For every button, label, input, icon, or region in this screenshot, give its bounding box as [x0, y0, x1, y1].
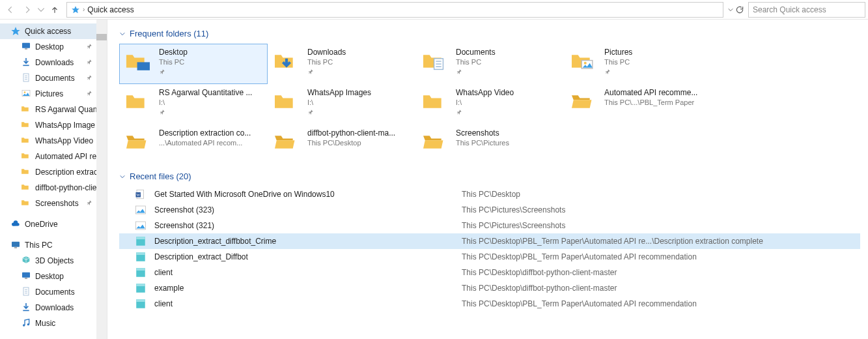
nav-item-label: Music — [35, 319, 55, 328]
nav-item-label: diffbot-python-clien — [35, 183, 101, 192]
nav-item-label: Downloads — [35, 303, 74, 312]
nav-pc-item[interactable]: Downloads — [0, 300, 107, 316]
file-path: This PC\Pictures\Screenshots — [462, 205, 565, 214]
folder-icon — [21, 182, 31, 194]
back-button[interactable] — [3, 2, 18, 18]
folder-icon — [124, 87, 152, 116]
file-name: Description_extract_diffbbot_Crime — [154, 237, 454, 246]
this-pc-icon — [10, 240, 21, 250]
nav-quick-access[interactable]: Quick access — [0, 23, 107, 39]
file-icon — [135, 235, 147, 247]
folder-tile[interactable]: Description extraction co... ...\Automat… — [119, 125, 268, 165]
folder-icon — [21, 151, 31, 163]
section-recent-files[interactable]: Recent files (20) — [119, 171, 860, 181]
up-button[interactable] — [47, 2, 63, 18]
folder-name: Screenshots — [456, 128, 509, 138]
nav-pinned-item[interactable]: Desktop — [0, 39, 107, 55]
folder-tile[interactable]: Automated API recomme... This PC\...\PBL… — [565, 84, 713, 125]
nav-recent-item[interactable]: WhatsApp Video — [0, 133, 107, 149]
nav-item-label: Downloads — [35, 58, 74, 67]
pin-icon — [86, 90, 94, 98]
nav-pc-item[interactable]: 3D Objects — [0, 253, 107, 269]
nav-scrollbar[interactable] — [96, 20, 107, 339]
nav-recent-item[interactable]: Screenshots — [0, 196, 107, 211]
breadcrumb-root[interactable]: Quick access — [87, 5, 133, 14]
pin-icon — [86, 43, 94, 51]
svg-rect-14 — [25, 278, 27, 278]
folder-tile[interactable]: RS Agarwal Quantitative ... I:\ — [119, 84, 268, 125]
file-name: Screenshot (323) — [154, 205, 454, 214]
folder-name: WhatsApp Video — [456, 87, 514, 98]
navigation-pane: Quick access Desktop Downloads Documents… — [0, 20, 107, 339]
file-row[interactable]: Screenshot (323) This PC\Pictures\Screen… — [119, 202, 860, 218]
folder-tile[interactable]: Pictures This PC — [565, 44, 713, 84]
nav-pc-item[interactable]: Music — [0, 316, 107, 331]
file-row[interactable]: Description_extract_diffbbot_Crime This … — [119, 233, 860, 249]
folder-tile[interactable]: Desktop This PC — [119, 44, 268, 84]
nav-item-label: Screenshots — [35, 199, 79, 208]
nav-pc-item[interactable]: Desktop — [0, 269, 107, 284]
folder-icon — [21, 198, 31, 210]
folder-location: This PC\...\PBL_Term Paper — [604, 98, 697, 108]
address-bar[interactable]: › Quick access — [66, 2, 723, 18]
section-frequent-folders[interactable]: Frequent folders (11) — [119, 29, 860, 38]
folder-tile[interactable]: diffbot-python-client-ma... This PC\Desk… — [268, 125, 416, 165]
file-row[interactable]: example This PC\Desktop\diffbot-python-c… — [119, 280, 860, 296]
file-row[interactable]: Screenshot (321) This PC\Pictures\Screen… — [119, 218, 860, 233]
file-path: This PC\Desktop\PBL_Term Paper\Automated… — [462, 299, 697, 308]
documents-icon — [21, 72, 31, 85]
nav-onedrive[interactable]: OneDrive — [0, 216, 107, 232]
nav-recent-item[interactable]: Description extractio — [0, 164, 107, 180]
folder-tile[interactable]: Documents This PC — [416, 44, 565, 84]
history-dropdown[interactable] — [36, 2, 46, 18]
address-dropdown-icon[interactable] — [727, 7, 734, 13]
folder-name: Downloads — [307, 47, 346, 57]
pin-icon — [86, 74, 94, 82]
folder-tile[interactable]: Downloads This PC — [268, 44, 416, 84]
folder-tile[interactable]: Screenshots This PC\Pictures — [416, 125, 565, 165]
pin-icon — [86, 59, 94, 66]
file-row[interactable]: client This PC\Desktop\diffbot-python-cl… — [119, 265, 860, 280]
pin-icon — [86, 199, 94, 207]
3d-icon — [21, 255, 31, 267]
folder-name: WhatsApp Images — [307, 87, 371, 98]
nav-this-pc[interactable]: This PC — [0, 237, 107, 253]
folder-icon — [272, 87, 301, 116]
folder-icon — [21, 119, 31, 132]
pictures-icon — [21, 88, 31, 100]
forward-button[interactable] — [20, 2, 35, 18]
file-row[interactable]: Description_extract_Diffbot This PC\Desk… — [119, 249, 860, 265]
folder-location: ...\Automated API recom... — [159, 138, 251, 148]
nav-pinned-item[interactable]: Pictures — [0, 86, 107, 102]
folder-location: This PC\Pictures — [456, 138, 509, 148]
folder-icon — [421, 128, 449, 156]
folder-name: Description extraction co... — [159, 128, 251, 138]
nav-recent-item[interactable]: RS Agarwal Quan — [0, 102, 107, 117]
refresh-button[interactable] — [735, 5, 744, 14]
nav-item-label: RS Agarwal Quan — [35, 105, 97, 114]
nav-recent-item[interactable]: WhatsApp Image — [0, 117, 107, 133]
file-row[interactable]: W Get Started With Microsoft OneDrive on… — [119, 186, 860, 202]
nav-pinned-item[interactable]: Downloads — [0, 55, 107, 70]
folder-tile[interactable]: WhatsApp Images I:\ — [268, 84, 416, 125]
search-input[interactable]: Search Quick access — [748, 2, 865, 18]
folder-icon — [569, 47, 598, 76]
folder-tile[interactable]: WhatsApp Video I:\ — [416, 84, 565, 125]
svg-rect-22 — [137, 62, 150, 70]
files-list: W Get Started With Microsoft OneDrive on… — [119, 186, 860, 312]
nav-recent-item[interactable]: Automated API reco — [0, 149, 107, 164]
nav-item-label: Automated API reco — [35, 152, 105, 161]
nav-recent-item[interactable]: diffbot-python-clien — [0, 180, 107, 196]
nav-pc-item[interactable]: Documents — [0, 284, 107, 300]
file-icon — [135, 282, 147, 294]
folder-name: Desktop — [159, 47, 188, 57]
folder-icon — [272, 47, 301, 76]
nav-pinned-item[interactable]: Documents — [0, 70, 107, 86]
desktop-icon — [21, 271, 31, 283]
folder-icon — [21, 166, 31, 179]
folder-icon — [124, 47, 152, 76]
svg-rect-11 — [12, 242, 20, 247]
file-row[interactable]: client This PC\Desktop\PBL_Term Paper\Au… — [119, 296, 860, 312]
folder-name: Automated API recomme... — [604, 87, 697, 98]
music-icon — [21, 317, 31, 330]
